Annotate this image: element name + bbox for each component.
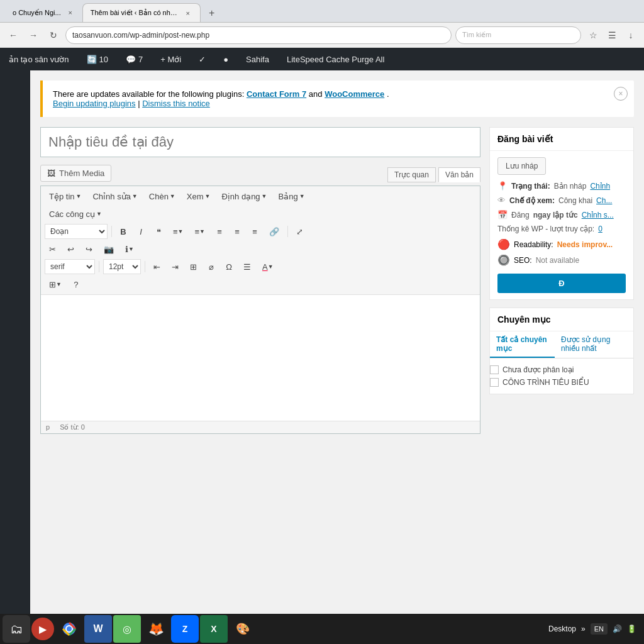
begin-update-link[interactable]: Begin updating plugins [53,99,136,108]
schedule-edit-link[interactable]: Chỉnh s... [582,211,614,219]
status-edit-link[interactable]: Chỉnh [590,182,610,191]
list-style-button[interactable]: ☰ [239,259,255,274]
menu-table[interactable]: Bảng▼ [274,189,309,204]
tab-visual[interactable]: Trực quan [387,167,436,182]
sep4 [145,261,145,272]
toolbar-row-2: ✂ ↩ ↪ 📷 ℹ▼ [45,242,476,257]
admin-bar-site-name: ản tạo sân vườn [9,55,69,64]
schedule-row: 📅 Đăng ngay lập tức Chỉnh s... [497,210,626,219]
font-color-button[interactable]: A ▼ [258,259,278,274]
search-bar[interactable]: Tìm kiếm [455,26,581,44]
save-draft-button[interactable]: Lưu nháp [497,157,546,175]
firefox-btn[interactable]: 🦊 [142,615,170,643]
browser-title-bar: o Chuyển Ngi... × Thêm bài viết ‹ Bản có… [0,0,644,23]
address-bar[interactable]: taosanvuon.com/wp-admin/post-new.php [65,26,452,44]
greenshot-btn[interactable]: ◎ [113,615,141,643]
strike-button[interactable]: ⌀ [204,259,219,274]
help-btn[interactable]: ? [69,277,84,292]
grid-btn[interactable]: ⊞▼ [45,277,66,292]
stats-value[interactable]: 0 [598,225,602,233]
admin-bar-new[interactable]: + Mới [157,48,185,70]
admin-bar-theme[interactable]: Sahifa [242,48,273,70]
align-center-button[interactable]: ≡ [230,224,245,239]
menu-icon[interactable]: ☰ [604,27,620,43]
visibility-edit-link[interactable]: Ch... [596,196,612,205]
zalo-btn[interactable]: Z [171,615,199,643]
indent-button[interactable]: ⇥ [167,259,183,274]
word-btn[interactable]: W [84,615,112,643]
inactive-tab[interactable]: o Chuyển Ngi... × [5,3,82,22]
chrome-btn[interactable] [55,615,83,643]
ol-button[interactable]: ≡▼ [191,224,210,239]
tab-all-categories[interactable]: Tất cả chuyên mục [490,331,555,358]
content-area: There are updates available for the foll… [30,70,644,614]
category-checkbox-1[interactable] [490,365,499,374]
menu-format[interactable]: Định dạng▼ [217,189,271,204]
menu-file[interactable]: Tệp tin▼ [45,189,86,204]
download-icon[interactable]: ↓ [623,27,639,43]
align-left-button[interactable]: ≡ [212,224,227,239]
admin-bar-cache[interactable]: LiteSpeed Cache Purge All [283,48,388,70]
back-button[interactable]: ← [5,27,21,43]
paint-btn[interactable]: 🎨 [229,615,257,643]
instagram-button[interactable]: 📷 [99,242,118,257]
editor-content[interactable] [41,295,480,421]
publish-button[interactable]: Đ [497,274,626,293]
dismiss-notice-link[interactable]: Dismiss this notice [142,99,210,108]
outdent-button[interactable]: ⇤ [149,259,165,274]
admin-bar-sync[interactable]: 🔄 10 [83,48,112,70]
table-btn[interactable]: ⊞ [186,259,201,274]
editor-layout: 🖼 Thêm Media Trực quan Văn bản Tệp t [40,127,634,434]
sound-icon: 🔊 [613,625,622,633]
sync-count: 10 [99,55,108,64]
bold-button[interactable]: B [116,224,131,239]
menu-tools[interactable]: Các công cụ▼ [45,206,106,221]
size-select[interactable]: 12pt [103,259,141,274]
info-button[interactable]: ℹ▼ [121,242,138,257]
format-select[interactable]: Đoạn [45,224,108,239]
admin-bar-dot[interactable]: ● [219,48,232,70]
active-tab[interactable]: Thêm bài viết ‹ Bản có nhân tạo s... × [82,3,201,22]
admin-bar-check[interactable]: ✓ [195,48,209,70]
contact-form-link[interactable]: Contact Form 7 [247,89,306,99]
tab-popular-categories[interactable]: Được sử dụng nhiều nhất [555,331,633,358]
undo-button[interactable]: ↩ [63,242,79,257]
taskbar-arrow: » [581,625,586,633]
redo-button[interactable]: ↪ [81,242,97,257]
fullscreen-button[interactable]: ⤢ [292,224,308,239]
sync-icon: 🔄 [87,55,97,64]
schedule-label: Đăng [511,211,530,219]
menu-view[interactable]: Xem▼ [182,189,215,204]
italic-button[interactable]: I [133,224,148,239]
ul-button[interactable]: ≡▼ [169,224,188,239]
menu-edit[interactable]: Chỉnh sửa▼ [88,189,142,204]
notice-close-button[interactable]: × [614,87,628,101]
media-player-btn[interactable]: ▶ [31,618,54,640]
seo-icon: 🔘 [497,254,510,266]
tab-text[interactable]: Văn bản [438,167,480,182]
new-tab-button[interactable]: + [203,4,221,22]
add-media-button[interactable]: 🖼 Thêm Media [40,165,111,182]
active-tab-close[interactable]: × [184,9,192,18]
bookmark-icon[interactable]: ☆ [585,27,601,43]
forward-button[interactable]: → [25,27,42,43]
woocommerce-link[interactable]: WooCommerce [325,89,384,99]
reload-button[interactable]: ↻ [45,27,62,43]
admin-bar-site[interactable]: ản tạo sân vườn [5,48,73,70]
align-right-button[interactable]: ≡ [247,224,262,239]
omega-button[interactable]: Ω [221,259,236,274]
excel-btn[interactable]: X [200,615,228,643]
inactive-tab-close[interactable]: × [66,8,75,17]
post-title-input[interactable] [40,127,480,157]
admin-bar-comments[interactable]: 💬 7 [122,48,147,70]
link-button[interactable]: 🔗 [265,224,284,239]
wp-sidebar [0,70,30,614]
font-select[interactable]: serif [45,259,95,274]
cut-button[interactable]: ✂ [45,242,60,257]
word-count: Số từ: 0 [60,423,85,431]
tinymce-editor: Tệp tin▼ Chỉnh sửa▼ Chèn▼ Xem▼ [40,186,480,434]
blockquote-button[interactable]: ❝ [151,224,166,239]
menu-insert[interactable]: Chèn▼ [145,189,180,204]
category-checkbox-2[interactable] [490,378,499,387]
file-manager-btn[interactable]: 🗂 [3,615,30,643]
